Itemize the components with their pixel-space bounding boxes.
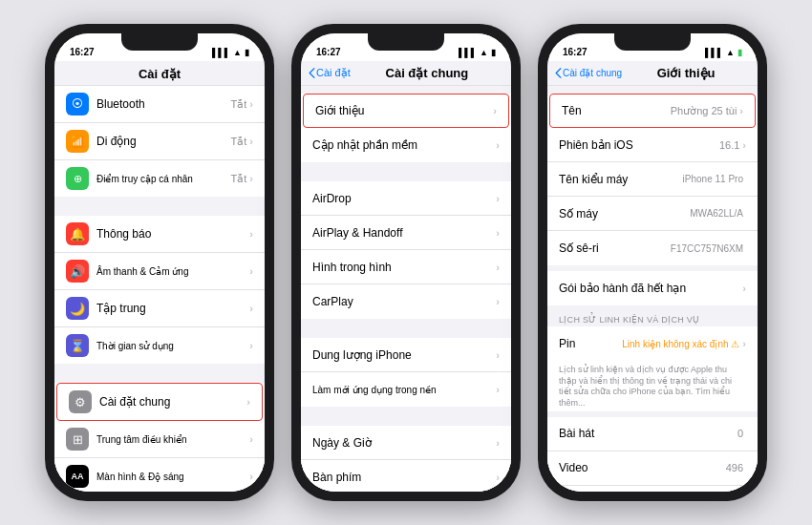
list-item-ngaygio[interactable]: Ngày & Giờ ›: [301, 426, 511, 460]
somain-value: MWA62LL/A: [690, 208, 743, 219]
amthanh-icon: 🔊: [66, 260, 89, 283]
list-item-trungtam[interactable]: ⊞ Trung tâm điều khiển ›: [54, 421, 265, 458]
bluetooth-label: Bluetooth: [96, 97, 231, 111]
gap-p2-1: [301, 162, 511, 181]
list-item-somain: Số máy MWA62LL/A: [547, 197, 758, 231]
taptrung-icon: 🌙: [66, 297, 89, 320]
chevron-hotspot: ›: [249, 173, 253, 184]
notch-3: [614, 33, 691, 51]
notification-section: 🔔 Thông báo › 🔊 Âm thanh & Cảm ứng › 🌙 T…: [54, 216, 265, 364]
nav-2: Cài đặt Cài đặt chung: [301, 61, 511, 86]
back-btn-3[interactable]: Cài đặt chung: [555, 68, 622, 78]
list-item-gioithieu[interactable]: Giới thiệu ›: [303, 94, 509, 128]
list-item-amthanh[interactable]: 🔊 Âm thanh & Cảm ứng ›: [54, 253, 265, 290]
list-item-ten[interactable]: Tên Phường 25 tùi ›: [549, 94, 756, 128]
ios-label: Phiên bản iOS: [559, 138, 719, 152]
service-section-label: LỊCH SỬ LINH KIỆN VÀ DỊCH VỤ: [547, 311, 758, 326]
amthanh-label: Âm thanh & Cảm ứng: [96, 266, 249, 277]
datetime-section: Ngày & Giờ › Bàn phím › Phông chữ › Ngôn…: [301, 426, 511, 492]
back-label-2: Cài đặt: [316, 67, 351, 79]
capnhat-label: Cập nhật phần mềm: [312, 138, 496, 152]
list-item-bluetooth[interactable]: ⦿ Bluetooth Tắt ›: [54, 86, 265, 123]
hotspot-value: Tắt: [231, 173, 247, 185]
chevron-gioithieu: ›: [493, 105, 497, 116]
thongbao-label: Thông báo: [96, 227, 249, 241]
list-item-video: Video 496: [547, 452, 758, 486]
list-item-carplay[interactable]: CarPlay ›: [301, 284, 511, 319]
status-icons-3: ▌▌▌ ▲ ▮: [705, 48, 742, 57]
chevron-ngaygio: ›: [496, 437, 500, 449]
gioithieu-label: Giới thiệu: [315, 104, 493, 117]
phone-1: 16:27 ▌▌▌ ▲ ▮ Cài đặt ⦿ Bluetooth Tắt ›: [45, 24, 274, 501]
chevron-caidatchung: ›: [246, 396, 250, 408]
hotspot-icon: ⊕: [66, 167, 89, 190]
chevron-dungluong: ›: [496, 349, 500, 361]
wifi-icon: ▲: [233, 48, 242, 57]
list-item-thoigian[interactable]: ⌛ Thời gian sử dụng ›: [54, 327, 265, 364]
chevron-ten: ›: [739, 105, 743, 116]
list-item-didonng[interactable]: 📶 Di động Tắt ›: [54, 123, 265, 160]
list-item-bampim[interactable]: Bàn phím ›: [301, 460, 511, 492]
page-title-3: Giới thiệu: [622, 66, 750, 80]
baihat-label: Bài hát: [559, 427, 737, 440]
ten-value: Phường 25 tùi: [671, 105, 737, 117]
phone-3: 16:27 ▌▌▌ ▲ ▮ Cài đặt chung Giới thiệu: [538, 24, 767, 501]
chevron-taptrung: ›: [249, 303, 253, 314]
hotspot-label: Điểm truy cập cá nhân: [96, 174, 231, 184]
back-btn-2[interactable]: Cài đặt: [309, 67, 351, 79]
gap-p3-top: [547, 86, 758, 94]
pip-label: Hình trong hình: [312, 261, 496, 274]
list-item-taptrung[interactable]: 🌙 Tập trung ›: [54, 290, 265, 327]
list-item-caidatchung[interactable]: ⚙ Cài đặt chung ›: [56, 383, 263, 421]
thoigian-icon: ⌛: [66, 334, 89, 357]
bluetooth-value: Tắt: [231, 98, 247, 111]
trungtam-icon: ⊞: [66, 428, 89, 451]
gap-p2-top: [301, 86, 511, 94]
bluetooth-icon: ⦿: [66, 93, 89, 116]
ios-value: 16.1: [719, 139, 739, 151]
battery-icon: ▮: [245, 48, 249, 57]
caidatchung-icon: ⚙: [69, 390, 92, 413]
airplay-label: AirPlay & Handoff: [312, 226, 496, 240]
mhdo-icon: AA: [66, 465, 89, 488]
page-title-1: Cài đặt: [139, 67, 181, 81]
time-1: 16:27: [70, 47, 95, 57]
list-item-thongbao[interactable]: 🔔 Thông báo ›: [54, 216, 265, 253]
chevron-capnhat: ›: [496, 139, 500, 151]
time-3: 16:27: [563, 47, 588, 57]
battery-icon-3: ▮: [737, 48, 742, 57]
chevron-didong: ›: [249, 136, 253, 147]
thoigian-label: Thời gian sử dụng: [96, 341, 249, 351]
dungluong-label: Dung lượng iPhone: [312, 348, 496, 362]
list-item-airdrop[interactable]: AirDrop ›: [301, 181, 511, 216]
phone-2: 16:27 ▌▌▌ ▲ ▮ Cài đặt Cài đặt chung Giới…: [291, 24, 521, 501]
chevron-ios: ›: [742, 139, 746, 151]
caidatchung-label: Cài đặt chung: [99, 395, 246, 409]
taptrung-label: Tập trung: [96, 302, 249, 315]
service-section: Pin Linh kiện không xác định ⚠ ›: [547, 326, 758, 361]
chevron-bluetooth: ›: [249, 98, 253, 110]
signal-icon: ▌▌▌: [212, 48, 230, 57]
list-item-pin[interactable]: Pin Linh kiện không xác định ⚠ ›: [547, 326, 758, 361]
list-item-capnhat[interactable]: Cập nhật phần mềm ›: [301, 128, 511, 162]
chevron-carplay: ›: [496, 296, 500, 307]
list-item-pip[interactable]: Hình trong hình ›: [301, 250, 511, 284]
gap-2: [54, 364, 265, 383]
list-item-warranty[interactable]: Gói bảo hành đã hết hạn ›: [547, 271, 758, 305]
chevron-lammoi: ›: [496, 384, 500, 395]
list-item-model: Tên kiểu máy iPhone 11 Pro: [547, 162, 758, 197]
list-item-baihat: Bài hát 0: [547, 417, 758, 452]
settings-content-3: Tên Phường 25 tùi › Phiên bản iOS 16.1 ›…: [547, 86, 758, 492]
list-item-dungluong[interactable]: Dung lượng iPhone ›: [301, 338, 511, 372]
list-item-hotspot[interactable]: ⊕ Điểm truy cập cá nhân Tắt ›: [54, 160, 265, 197]
about-section: Giới thiệu › Cập nhật phần mềm ›: [301, 94, 511, 162]
list-item-ios: Phiên bản iOS 16.1 ›: [547, 128, 758, 162]
nav-header-1: Cài đặt: [54, 61, 265, 86]
trungtam-label: Trung tâm điều khiển: [96, 434, 249, 445]
gap-1: [54, 197, 265, 216]
list-item-airplay[interactable]: AirPlay & Handoff ›: [301, 216, 511, 250]
wifi-icon-2: ▲: [480, 48, 488, 57]
list-item-mhdo[interactable]: AA Màn hình & Độ sáng ›: [54, 458, 265, 492]
list-item-serial: Số sê-ri F17CC757N6XM: [547, 231, 758, 265]
list-item-lammoi[interactable]: Làm mới ứng dụng trong nền ›: [301, 372, 511, 407]
